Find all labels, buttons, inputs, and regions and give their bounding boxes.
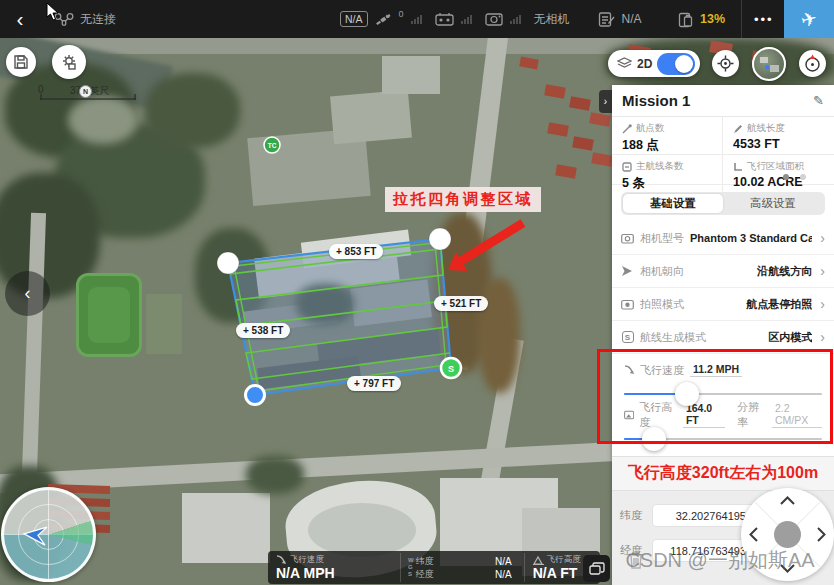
speed-slider-track[interactable]: [624, 382, 822, 406]
floppy-icon: [13, 54, 29, 70]
status-bar: ‹ 无连接 N/A 0 无相机 N/A 13% ••• ✈: [0, 0, 834, 38]
edge-length-label: + 521 FT: [434, 296, 488, 311]
dpad-left-icon[interactable]: [749, 527, 758, 542]
map-scale-bar: [40, 98, 136, 100]
row-chevron-icon: ›: [820, 230, 825, 246]
dpad-center-button[interactable]: [774, 521, 801, 548]
altitude-mode-icon: [624, 410, 634, 420]
collapse-chevron-icon: ‹: [25, 283, 31, 304]
speed-icon: [624, 365, 635, 375]
map-scale-tick: [40, 94, 42, 100]
settings-list: 相机型号 Phantom 3 Standard Camera › 相机朝向 沿航…: [612, 222, 834, 354]
telemetry-lng-label: 经度: [416, 568, 434, 581]
layers-icon: [617, 57, 632, 70]
dpad-right-icon[interactable]: [817, 527, 826, 542]
speed-slider-row: 飞行速度 11.2 MPH: [624, 360, 822, 405]
mode-2d-toggle[interactable]: [657, 53, 695, 75]
topbar-divider: [741, 0, 742, 38]
attitude-compass: [1, 487, 96, 582]
panel-chevron-icon: ›: [604, 96, 607, 107]
gps-signal-bars: [411, 14, 422, 24]
telemetry-bar: 飞行速度 N/A MPH WGS 纬度N/A 经度N/A 飞行高度 N/A FT: [268, 551, 600, 584]
camera-icon: [621, 233, 634, 244]
battery-percent: 13%: [700, 12, 725, 26]
heading-icon: [621, 265, 633, 277]
flight-mode-badge: N/A: [340, 11, 368, 27]
stat-waypoints: 航点数 188 点: [612, 117, 723, 155]
crosshair-icon: [717, 55, 734, 72]
flight-sliders: 飞行速度 11.2 MPH 飞行高度 164.0 FT 分辨率 2.2 CM/P…: [612, 354, 834, 450]
route-mode-icon: S: [622, 331, 634, 343]
stat-route-length: 航线长度 4533 FT: [723, 117, 834, 155]
north-label: N: [83, 88, 88, 95]
telemetry-lat-label: 纬度: [416, 555, 434, 568]
stats-page-dots[interactable]: [783, 174, 806, 180]
camera-status-text: 无相机: [534, 11, 570, 28]
altitude-slider-track[interactable]: [624, 427, 822, 451]
stat-area: 飞行区域面积 10.02 ACRE: [723, 155, 834, 192]
mission-title: Mission 1: [622, 92, 813, 109]
setting-camera-model[interactable]: 相机型号 Phantom 3 Standard Camera ›: [612, 222, 834, 255]
grid-icon: [622, 162, 632, 172]
remote-controller-icon: [435, 12, 454, 26]
satellite-count: 0: [399, 9, 404, 19]
setting-camera-heading[interactable]: 相机朝向 沿航线方向 ›: [612, 255, 834, 288]
save-mission-button[interactable]: [6, 47, 36, 77]
row-chevron-icon: ›: [820, 296, 825, 312]
locate-button[interactable]: [712, 50, 739, 77]
altitude-icon: [533, 556, 544, 565]
map-mode-control[interactable]: 2D: [608, 50, 700, 77]
checklist-status: N/A: [622, 12, 642, 26]
camera-signal-bars: [510, 14, 521, 24]
aircraft-heading-arrow: [22, 522, 48, 548]
tab-advanced-settings[interactable]: 高级设置: [723, 194, 823, 213]
takeoff-button[interactable]: ✈: [784, 0, 834, 38]
minimap-thumb: [752, 47, 786, 81]
connection-status-text: 无连接: [80, 11, 116, 28]
map-settings-button[interactable]: [52, 45, 86, 79]
ruler-icon: [733, 162, 743, 172]
speed-value-field[interactable]: 11.2 MPH: [690, 363, 742, 377]
stat-main-lines: 主航线条数 5 条: [612, 155, 723, 192]
pen-icon: [733, 124, 743, 134]
speed-slider-thumb[interactable]: [675, 382, 699, 406]
edge-length-label: + 538 FT: [236, 323, 290, 338]
latitude-label: 纬度: [620, 508, 644, 523]
map-layers-icon: [589, 562, 605, 576]
toggle-knob: [675, 55, 693, 73]
setting-photo-mode[interactable]: 拍照模式 航点悬停拍照 ›: [612, 288, 834, 321]
trash-icon: [628, 551, 644, 570]
setting-route-mode[interactable]: S 航线生成模式 区内模式 ›: [612, 321, 834, 354]
dpad-up-icon[interactable]: [780, 496, 795, 505]
minimap-button[interactable]: [752, 47, 786, 81]
telemetry-lat-value: N/A: [495, 555, 512, 568]
takeoff-plane-icon: ✈: [798, 6, 819, 32]
altitude-slider-thumb[interactable]: [642, 427, 666, 451]
compass-north-badge: N: [79, 85, 92, 98]
tab-basic-settings[interactable]: 基础设置: [623, 194, 723, 213]
gear-icon: [60, 53, 78, 71]
camera-fov-wedge: [4, 490, 93, 579]
speed-slider-label: 飞行速度: [640, 363, 684, 378]
back-button[interactable]: ‹: [0, 0, 40, 38]
waypoint-icon: [622, 124, 632, 134]
telemetry-speed-value: N/A MPH: [276, 566, 392, 581]
left-panel-collapse-button[interactable]: ‹: [5, 271, 50, 316]
compass-icon: [803, 54, 822, 73]
altitude-slider-row: 飞行高度 164.0 FT 分辨率 2.2 CM/PX: [624, 405, 822, 450]
panel-collapse-button[interactable]: ›: [599, 90, 612, 113]
more-menu-button[interactable]: •••: [744, 12, 784, 27]
speed-icon: [276, 555, 287, 565]
latitude-input[interactable]: 32.202764195: [652, 504, 754, 527]
map-scale-tick: [134, 94, 136, 100]
edge-length-label: + 797 FT: [347, 376, 401, 391]
edit-mission-icon[interactable]: ✎: [813, 93, 824, 108]
status-cluster: N/A 0 无相机 N/A: [340, 0, 642, 38]
mission-stats: 航点数 188 点 航线长度 4533 FT 主航线条数 5 条 飞行区域面积 …: [612, 117, 834, 185]
rc-signal-bars: [461, 14, 472, 24]
compass-reset-button[interactable]: [799, 50, 826, 77]
mission-header: › Mission 1 ✎: [612, 85, 834, 117]
altitude-note: 飞行高度320ft左右为100m: [612, 456, 834, 491]
wgs-label: WGS: [401, 551, 414, 584]
checklist-icon: [598, 11, 615, 27]
